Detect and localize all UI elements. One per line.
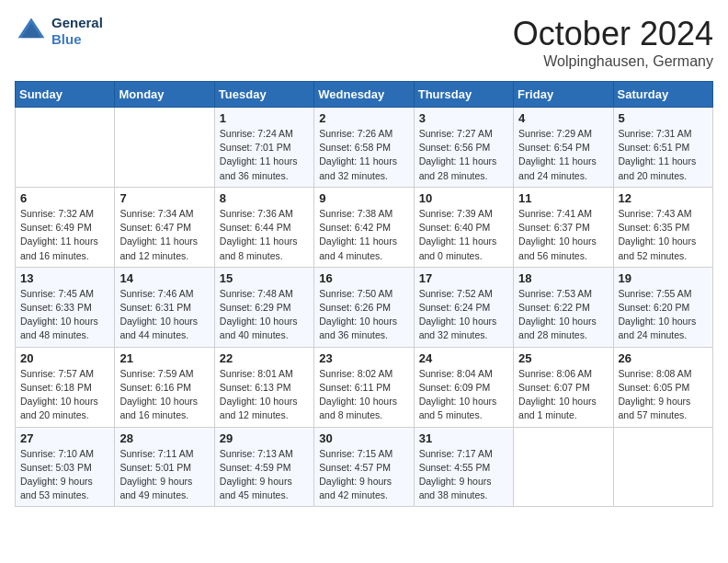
day-info: Sunrise: 7:13 AM Sunset: 4:59 PM Dayligh… (220, 447, 309, 503)
calendar-cell: 19Sunrise: 7:55 AM Sunset: 6:20 PM Dayli… (613, 267, 712, 347)
calendar-cell: 7Sunrise: 7:34 AM Sunset: 6:47 PM Daylig… (115, 187, 214, 267)
calendar-week-3: 13Sunrise: 7:45 AM Sunset: 6:33 PM Dayli… (16, 267, 713, 347)
day-number: 20 (20, 351, 109, 365)
calendar-cell: 8Sunrise: 7:36 AM Sunset: 6:44 PM Daylig… (214, 187, 313, 267)
calendar-week-2: 6Sunrise: 7:32 AM Sunset: 6:49 PM Daylig… (16, 187, 713, 267)
day-number: 11 (518, 191, 608, 205)
calendar-cell: 5Sunrise: 7:31 AM Sunset: 6:51 PM Daylig… (613, 108, 712, 188)
calendar-cell: 24Sunrise: 8:04 AM Sunset: 6:09 PM Dayli… (414, 347, 513, 427)
weekday-header-row: SundayMondayTuesdayWednesdayThursdayFrid… (16, 82, 713, 108)
day-number: 18 (518, 271, 608, 285)
calendar-cell: 22Sunrise: 8:01 AM Sunset: 6:13 PM Dayli… (214, 347, 313, 427)
logo: General Blue (15, 15, 103, 48)
day-number: 21 (119, 351, 209, 365)
page-header: General Blue October 2024 Wolpinghausen,… (15, 15, 713, 70)
calendar-table: SundayMondayTuesdayWednesdayThursdayFrid… (15, 81, 713, 507)
calendar-week-4: 20Sunrise: 7:57 AM Sunset: 6:18 PM Dayli… (16, 347, 713, 427)
day-number: 2 (319, 111, 408, 125)
day-info: Sunrise: 7:48 AM Sunset: 6:29 PM Dayligh… (220, 287, 309, 343)
day-number: 13 (20, 271, 109, 285)
calendar-cell: 20Sunrise: 7:57 AM Sunset: 6:18 PM Dayli… (16, 347, 115, 427)
day-number: 28 (119, 431, 209, 445)
calendar-cell (613, 427, 712, 507)
day-number: 26 (619, 351, 708, 365)
day-number: 3 (419, 111, 508, 125)
day-info: Sunrise: 7:34 AM Sunset: 6:47 PM Dayligh… (119, 207, 209, 263)
calendar-cell: 3Sunrise: 7:27 AM Sunset: 6:56 PM Daylig… (414, 108, 513, 188)
day-info: Sunrise: 8:08 AM Sunset: 6:05 PM Dayligh… (619, 367, 708, 423)
day-info: Sunrise: 8:01 AM Sunset: 6:13 PM Dayligh… (220, 367, 309, 423)
day-info: Sunrise: 7:59 AM Sunset: 6:16 PM Dayligh… (119, 367, 209, 423)
calendar-week-5: 27Sunrise: 7:10 AM Sunset: 5:03 PM Dayli… (16, 427, 713, 507)
calendar-cell: 28Sunrise: 7:11 AM Sunset: 5:01 PM Dayli… (115, 427, 214, 507)
calendar-cell: 14Sunrise: 7:46 AM Sunset: 6:31 PM Dayli… (115, 267, 214, 347)
day-info: Sunrise: 7:31 AM Sunset: 6:51 PM Dayligh… (619, 127, 708, 183)
day-info: Sunrise: 7:39 AM Sunset: 6:40 PM Dayligh… (419, 207, 508, 263)
day-number: 31 (419, 431, 508, 445)
weekday-header-wednesday: Wednesday (314, 82, 414, 108)
day-info: Sunrise: 7:57 AM Sunset: 6:18 PM Dayligh… (20, 367, 109, 423)
day-info: Sunrise: 7:45 AM Sunset: 6:33 PM Dayligh… (20, 287, 109, 343)
day-number: 10 (419, 191, 508, 205)
day-number: 19 (619, 271, 708, 285)
calendar-cell: 21Sunrise: 7:59 AM Sunset: 6:16 PM Dayli… (115, 347, 214, 427)
calendar-cell (514, 427, 613, 507)
day-number: 15 (220, 271, 309, 285)
calendar-cell: 27Sunrise: 7:10 AM Sunset: 5:03 PM Dayli… (16, 427, 115, 507)
day-number: 12 (619, 191, 708, 205)
location: Wolpinghausen, Germany (513, 53, 713, 70)
calendar-cell: 11Sunrise: 7:41 AM Sunset: 6:37 PM Dayli… (514, 187, 613, 267)
day-number: 9 (319, 191, 408, 205)
day-number: 16 (319, 271, 408, 285)
calendar-cell: 10Sunrise: 7:39 AM Sunset: 6:40 PM Dayli… (414, 187, 513, 267)
weekday-header-thursday: Thursday (414, 82, 513, 108)
day-info: Sunrise: 7:43 AM Sunset: 6:35 PM Dayligh… (619, 207, 708, 263)
day-number: 24 (419, 351, 508, 365)
calendar-cell: 1Sunrise: 7:24 AM Sunset: 7:01 PM Daylig… (214, 108, 313, 188)
day-number: 1 (220, 111, 309, 125)
day-number: 17 (419, 271, 508, 285)
day-number: 14 (119, 271, 209, 285)
day-info: Sunrise: 8:06 AM Sunset: 6:07 PM Dayligh… (518, 367, 608, 423)
day-number: 7 (119, 191, 209, 205)
day-number: 25 (518, 351, 608, 365)
weekday-header-tuesday: Tuesday (214, 82, 313, 108)
calendar-cell: 2Sunrise: 7:26 AM Sunset: 6:58 PM Daylig… (314, 108, 414, 188)
day-info: Sunrise: 7:17 AM Sunset: 4:55 PM Dayligh… (419, 447, 508, 503)
month-title: October 2024 (513, 15, 713, 53)
weekday-header-monday: Monday (115, 82, 214, 108)
calendar-cell: 6Sunrise: 7:32 AM Sunset: 6:49 PM Daylig… (16, 187, 115, 267)
day-info: Sunrise: 7:50 AM Sunset: 6:26 PM Dayligh… (319, 287, 408, 343)
day-number: 8 (220, 191, 309, 205)
calendar-cell (16, 108, 115, 188)
calendar-cell: 12Sunrise: 7:43 AM Sunset: 6:35 PM Dayli… (613, 187, 712, 267)
day-info: Sunrise: 7:32 AM Sunset: 6:49 PM Dayligh… (20, 207, 109, 263)
day-info: Sunrise: 7:27 AM Sunset: 6:56 PM Dayligh… (419, 127, 508, 183)
day-number: 29 (220, 431, 309, 445)
calendar-cell: 18Sunrise: 7:53 AM Sunset: 6:22 PM Dayli… (514, 267, 613, 347)
logo-icon (15, 15, 48, 48)
calendar-week-1: 1Sunrise: 7:24 AM Sunset: 7:01 PM Daylig… (16, 108, 713, 188)
day-info: Sunrise: 7:26 AM Sunset: 6:58 PM Dayligh… (319, 127, 408, 183)
day-info: Sunrise: 7:11 AM Sunset: 5:01 PM Dayligh… (119, 447, 209, 503)
calendar-cell: 23Sunrise: 8:02 AM Sunset: 6:11 PM Dayli… (314, 347, 414, 427)
calendar-cell: 16Sunrise: 7:50 AM Sunset: 6:26 PM Dayli… (314, 267, 414, 347)
day-number: 30 (319, 431, 408, 445)
day-info: Sunrise: 7:53 AM Sunset: 6:22 PM Dayligh… (518, 287, 608, 343)
day-number: 27 (20, 431, 109, 445)
day-info: Sunrise: 7:24 AM Sunset: 7:01 PM Dayligh… (220, 127, 309, 183)
weekday-header-sunday: Sunday (16, 82, 115, 108)
day-info: Sunrise: 7:55 AM Sunset: 6:20 PM Dayligh… (619, 287, 708, 343)
calendar-cell: 15Sunrise: 7:48 AM Sunset: 6:29 PM Dayli… (214, 267, 313, 347)
title-block: October 2024 Wolpinghausen, Germany (513, 15, 713, 70)
logo-text: General Blue (51, 15, 103, 48)
calendar-cell: 9Sunrise: 7:38 AM Sunset: 6:42 PM Daylig… (314, 187, 414, 267)
weekday-header-saturday: Saturday (613, 82, 712, 108)
calendar-cell: 25Sunrise: 8:06 AM Sunset: 6:07 PM Dayli… (514, 347, 613, 427)
calendar-cell: 17Sunrise: 7:52 AM Sunset: 6:24 PM Dayli… (414, 267, 513, 347)
day-number: 22 (220, 351, 309, 365)
day-info: Sunrise: 7:15 AM Sunset: 4:57 PM Dayligh… (319, 447, 408, 503)
day-info: Sunrise: 7:36 AM Sunset: 6:44 PM Dayligh… (220, 207, 309, 263)
day-info: Sunrise: 7:10 AM Sunset: 5:03 PM Dayligh… (20, 447, 109, 503)
calendar-cell: 31Sunrise: 7:17 AM Sunset: 4:55 PM Dayli… (414, 427, 513, 507)
